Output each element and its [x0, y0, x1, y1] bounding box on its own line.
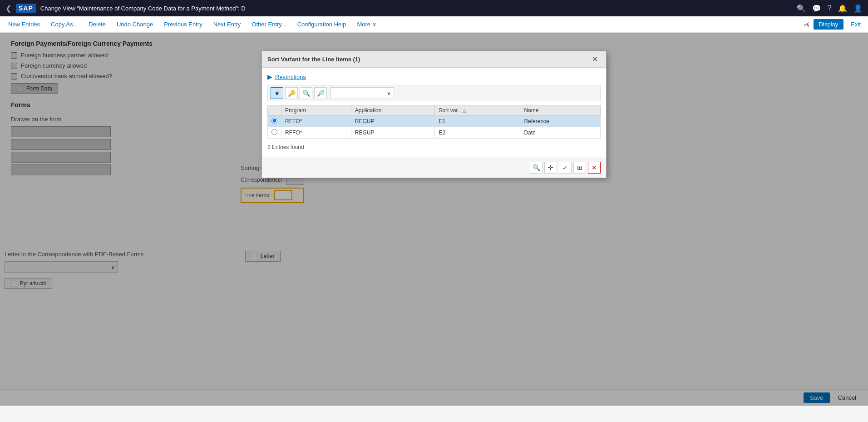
- restrictions-bar: ▶ Restrictions: [267, 73, 601, 80]
- sort-indicator: △: [463, 108, 466, 113]
- search-icon[interactable]: 🔍: [797, 4, 806, 13]
- menu-new-entries[interactable]: New Entries: [4, 19, 44, 30]
- print-icon[interactable]: 🖨: [803, 20, 810, 29]
- row1-sort-var: E1: [435, 116, 520, 127]
- user-icon[interactable]: 👤: [853, 4, 863, 13]
- messages-icon[interactable]: 💬: [812, 4, 821, 13]
- col-program[interactable]: Program: [281, 105, 351, 116]
- modal-header: Sort Variant for the Line Items (1) ✕: [262, 51, 606, 68]
- row2-program: RFFO*: [281, 127, 351, 139]
- row2-radio-cell[interactable]: [268, 127, 281, 139]
- display-button[interactable]: Display: [814, 19, 844, 30]
- main-content: Foreign Payments/Foreign Currency Paymen…: [0, 33, 868, 406]
- menu-undo-change[interactable]: Undo Change: [112, 19, 158, 30]
- title-bar-icons: 🔍 💬 ? 🔔 👤: [797, 4, 863, 13]
- modal-bottom-toolbar: 🔍 ✛ ✓ ⊞ ✕: [262, 158, 606, 177]
- menu-other-entry[interactable]: Other Entry...: [247, 19, 291, 30]
- modal-title: Sort Variant for the Line Items (1): [267, 56, 360, 63]
- toolbar-star-button[interactable]: ★: [271, 87, 283, 99]
- back-arrow[interactable]: ❮: [5, 4, 11, 13]
- menu-more[interactable]: More ∨: [352, 19, 381, 30]
- toolbar-key-button[interactable]: 🔑: [285, 87, 298, 99]
- menu-configuration-help[interactable]: Configuration Help: [293, 19, 351, 30]
- col-application[interactable]: Application: [351, 105, 435, 116]
- menu-delete[interactable]: Delete: [84, 19, 110, 30]
- toolbar-search-button[interactable]: 🔍: [300, 87, 312, 99]
- row2-application: REGUP: [351, 127, 435, 139]
- modal-move-button[interactable]: ✛: [544, 162, 557, 174]
- row1-radio-cell[interactable]: [268, 116, 281, 127]
- exit-link[interactable]: Exit: [847, 19, 864, 30]
- modal-confirm-button[interactable]: ✓: [559, 162, 572, 174]
- sap-logo: SAP: [16, 4, 36, 13]
- col-sort-var[interactable]: Sort var. △: [435, 105, 520, 116]
- toolbar-dropdown-chevron-icon: ∨: [387, 90, 391, 96]
- row1-application: REGUP: [351, 116, 435, 127]
- entries-count: 2 Entries found: [267, 142, 601, 152]
- row1-name: Reference: [520, 116, 601, 127]
- toolbar-dropdown[interactable]: ∨: [330, 87, 394, 99]
- row1-radio[interactable]: [271, 118, 277, 124]
- title-bar: ❮ SAP Change View "Maintenance of Compan…: [0, 0, 868, 16]
- row2-sort-var: E2: [435, 127, 520, 139]
- col-select: [268, 105, 281, 116]
- menu-bar: New Entries Copy As... Delete Undo Chang…: [0, 16, 868, 33]
- modal-toolbar: ★ 🔑 🔍 🔎 ∨: [267, 85, 601, 101]
- menu-right-actions: 🖨 Display Exit: [803, 19, 864, 30]
- row2-radio[interactable]: [271, 129, 277, 135]
- sort-variant-table: Program Application Sort var. △ Name: [267, 105, 601, 139]
- table-row[interactable]: RFFO* REGUP E1 Reference: [268, 116, 601, 127]
- restrictions-label[interactable]: Restrictions: [275, 74, 306, 80]
- toolbar-search-plus-button[interactable]: 🔎: [314, 87, 327, 99]
- modal-cancel-button[interactable]: ✕: [588, 162, 601, 174]
- modal-overlay: Sort Variant for the Line Items (1) ✕ ▶ …: [0, 33, 868, 406]
- page-title: Change View "Maintenance of Company Code…: [40, 5, 792, 12]
- menu-copy-as[interactable]: Copy As...: [46, 19, 82, 30]
- modal-close-button[interactable]: ✕: [589, 54, 601, 65]
- modal-zoom-button[interactable]: 🔍: [530, 162, 542, 174]
- row1-program: RFFO*: [281, 116, 351, 127]
- modal-printer-button[interactable]: ⊞: [573, 162, 586, 174]
- row2-name: Date: [520, 127, 601, 139]
- help-icon[interactable]: ?: [828, 4, 832, 12]
- menu-next-entry[interactable]: Next Entry: [209, 19, 246, 30]
- modal-dialog: Sort Variant for the Line Items (1) ✕ ▶ …: [261, 51, 607, 178]
- notifications-icon[interactable]: 🔔: [838, 4, 847, 13]
- col-name[interactable]: Name: [520, 105, 601, 116]
- table-row[interactable]: RFFO* REGUP E2 Date: [268, 127, 601, 139]
- table-header: Program Application Sort var. △ Name: [268, 105, 601, 116]
- menu-previous-entry[interactable]: Previous Entry: [159, 19, 207, 30]
- modal-body: ▶ Restrictions ★ 🔑 🔍 🔎 ∨: [262, 68, 606, 158]
- restrictions-arrow-icon[interactable]: ▶: [267, 73, 272, 80]
- table-body: RFFO* REGUP E1 Reference RFFO* REGUP E2 …: [268, 116, 601, 139]
